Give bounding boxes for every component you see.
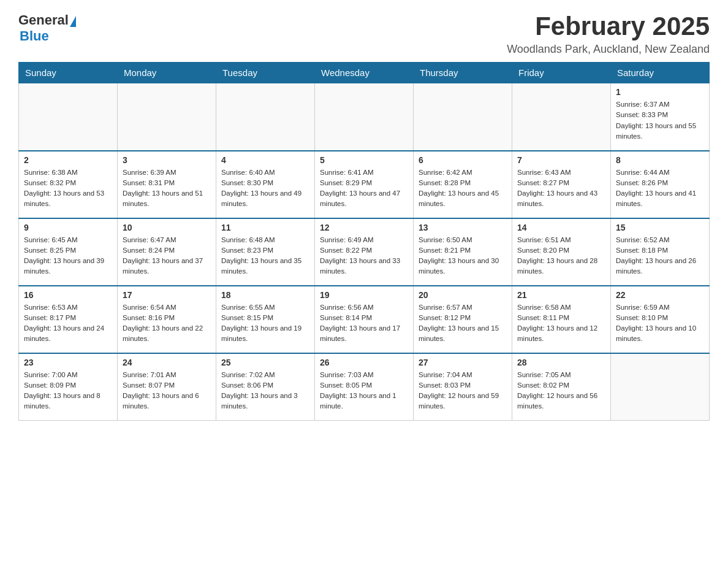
calendar-day-cell bbox=[118, 83, 216, 151]
day-info: Sunrise: 6:37 AMSunset: 8:33 PMDaylight:… bbox=[616, 99, 704, 142]
calendar-day-cell: 25Sunrise: 7:02 AMSunset: 8:06 PMDayligh… bbox=[216, 353, 315, 421]
day-number: 12 bbox=[320, 223, 408, 232]
calendar-day-cell: 17Sunrise: 6:54 AMSunset: 8:16 PMDayligh… bbox=[118, 286, 216, 353]
calendar-day-cell bbox=[414, 83, 512, 151]
day-number: 20 bbox=[419, 290, 507, 300]
calendar-day-cell: 24Sunrise: 7:01 AMSunset: 8:07 PMDayligh… bbox=[118, 353, 216, 421]
weekday-header-row: SundayMondayTuesdayWednesdayThursdayFrid… bbox=[19, 63, 710, 83]
day-number: 21 bbox=[517, 290, 605, 300]
calendar-day-cell: 22Sunrise: 6:59 AMSunset: 8:10 PMDayligh… bbox=[611, 286, 710, 353]
day-number: 4 bbox=[221, 155, 309, 165]
calendar-day-cell: 11Sunrise: 6:48 AMSunset: 8:23 PMDayligh… bbox=[216, 218, 315, 286]
day-number: 8 bbox=[616, 155, 704, 165]
calendar-day-cell: 9Sunrise: 6:45 AMSunset: 8:25 PMDaylight… bbox=[19, 218, 118, 286]
day-info: Sunrise: 6:44 AMSunset: 8:26 PMDaylight:… bbox=[616, 167, 704, 210]
calendar-day-cell: 14Sunrise: 6:51 AMSunset: 8:20 PMDayligh… bbox=[512, 218, 611, 286]
calendar-day-cell: 13Sunrise: 6:50 AMSunset: 8:21 PMDayligh… bbox=[414, 218, 512, 286]
calendar-day-cell: 10Sunrise: 6:47 AMSunset: 8:24 PMDayligh… bbox=[118, 218, 216, 286]
weekday-header-sunday: Sunday bbox=[19, 63, 118, 83]
day-number: 2 bbox=[24, 155, 112, 165]
calendar-day-cell: 12Sunrise: 6:49 AMSunset: 8:22 PMDayligh… bbox=[315, 218, 414, 286]
calendar-day-cell: 6Sunrise: 6:42 AMSunset: 8:28 PMDaylight… bbox=[414, 151, 512, 218]
day-number: 18 bbox=[221, 290, 309, 300]
calendar-day-cell: 20Sunrise: 6:57 AMSunset: 8:12 PMDayligh… bbox=[414, 286, 512, 353]
logo-blue-text: Blue bbox=[20, 28, 49, 44]
logo: General Blue bbox=[18, 12, 77, 44]
calendar-day-cell: 2Sunrise: 6:38 AMSunset: 8:32 PMDaylight… bbox=[19, 151, 118, 218]
day-info: Sunrise: 6:55 AMSunset: 8:15 PMDaylight:… bbox=[221, 302, 309, 345]
calendar-day-cell bbox=[315, 83, 414, 151]
day-info: Sunrise: 6:57 AMSunset: 8:12 PMDaylight:… bbox=[419, 302, 507, 345]
title-section: February 2025 Woodlands Park, Auckland, … bbox=[507, 12, 710, 56]
day-number: 11 bbox=[221, 223, 309, 232]
day-info: Sunrise: 6:56 AMSunset: 8:14 PMDaylight:… bbox=[320, 302, 408, 345]
day-info: Sunrise: 6:41 AMSunset: 8:29 PMDaylight:… bbox=[320, 167, 408, 210]
day-info: Sunrise: 7:03 AMSunset: 8:05 PMDaylight:… bbox=[320, 370, 408, 412]
calendar-day-cell: 18Sunrise: 6:55 AMSunset: 8:15 PMDayligh… bbox=[216, 286, 315, 353]
calendar-day-cell: 15Sunrise: 6:52 AMSunset: 8:18 PMDayligh… bbox=[611, 218, 710, 286]
day-info: Sunrise: 6:42 AMSunset: 8:28 PMDaylight:… bbox=[419, 167, 507, 210]
calendar-day-cell: 28Sunrise: 7:05 AMSunset: 8:02 PMDayligh… bbox=[512, 353, 611, 421]
weekday-header-saturday: Saturday bbox=[611, 63, 710, 83]
day-number: 14 bbox=[517, 223, 605, 232]
day-info: Sunrise: 7:04 AMSunset: 8:03 PMDaylight:… bbox=[419, 370, 507, 412]
day-number: 5 bbox=[320, 155, 408, 165]
logo-general-text: General bbox=[18, 12, 69, 28]
day-info: Sunrise: 6:53 AMSunset: 8:17 PMDaylight:… bbox=[24, 302, 112, 345]
day-number: 7 bbox=[517, 155, 605, 165]
calendar-week-row: 16Sunrise: 6:53 AMSunset: 8:17 PMDayligh… bbox=[19, 286, 710, 353]
calendar-day-cell bbox=[216, 83, 315, 151]
calendar-day-cell: 3Sunrise: 6:39 AMSunset: 8:31 PMDaylight… bbox=[118, 151, 216, 218]
day-number: 3 bbox=[123, 155, 211, 165]
day-info: Sunrise: 6:40 AMSunset: 8:30 PMDaylight:… bbox=[221, 167, 309, 210]
calendar-week-row: 23Sunrise: 7:00 AMSunset: 8:09 PMDayligh… bbox=[19, 353, 710, 421]
day-info: Sunrise: 6:59 AMSunset: 8:10 PMDaylight:… bbox=[616, 302, 704, 345]
day-number: 25 bbox=[221, 358, 309, 367]
location-subtitle: Woodlands Park, Auckland, New Zealand bbox=[507, 43, 710, 56]
day-number: 16 bbox=[24, 290, 112, 300]
day-number: 28 bbox=[517, 358, 605, 367]
calendar-day-cell: 1Sunrise: 6:37 AMSunset: 8:33 PMDaylight… bbox=[611, 83, 710, 151]
weekday-header-wednesday: Wednesday bbox=[315, 63, 414, 83]
day-number: 6 bbox=[419, 155, 507, 165]
calendar-day-cell: 5Sunrise: 6:41 AMSunset: 8:29 PMDaylight… bbox=[315, 151, 414, 218]
weekday-header-thursday: Thursday bbox=[414, 63, 512, 83]
day-info: Sunrise: 6:47 AMSunset: 8:24 PMDaylight:… bbox=[123, 235, 211, 277]
calendar-day-cell: 23Sunrise: 7:00 AMSunset: 8:09 PMDayligh… bbox=[19, 353, 118, 421]
day-info: Sunrise: 6:39 AMSunset: 8:31 PMDaylight:… bbox=[123, 167, 211, 210]
calendar-week-row: 9Sunrise: 6:45 AMSunset: 8:25 PMDaylight… bbox=[19, 218, 710, 286]
page-header: General Blue February 2025 Woodlands Par… bbox=[18, 12, 710, 56]
day-info: Sunrise: 6:48 AMSunset: 8:23 PMDaylight:… bbox=[221, 235, 309, 277]
day-number: 27 bbox=[419, 358, 507, 367]
calendar-day-cell: 19Sunrise: 6:56 AMSunset: 8:14 PMDayligh… bbox=[315, 286, 414, 353]
calendar-week-row: 1Sunrise: 6:37 AMSunset: 8:33 PMDaylight… bbox=[19, 83, 710, 151]
day-info: Sunrise: 7:01 AMSunset: 8:07 PMDaylight:… bbox=[123, 370, 211, 412]
calendar-day-cell: 8Sunrise: 6:44 AMSunset: 8:26 PMDaylight… bbox=[611, 151, 710, 218]
calendar-day-cell: 16Sunrise: 6:53 AMSunset: 8:17 PMDayligh… bbox=[19, 286, 118, 353]
calendar-day-cell bbox=[512, 83, 611, 151]
calendar-day-cell bbox=[611, 353, 710, 421]
day-info: Sunrise: 7:02 AMSunset: 8:06 PMDaylight:… bbox=[221, 370, 309, 412]
day-info: Sunrise: 6:43 AMSunset: 8:27 PMDaylight:… bbox=[517, 167, 605, 210]
day-info: Sunrise: 6:51 AMSunset: 8:20 PMDaylight:… bbox=[517, 235, 605, 277]
day-number: 13 bbox=[419, 223, 507, 232]
weekday-header-friday: Friday bbox=[512, 63, 611, 83]
day-info: Sunrise: 6:50 AMSunset: 8:21 PMDaylight:… bbox=[419, 235, 507, 277]
day-number: 26 bbox=[320, 358, 408, 367]
weekday-header-monday: Monday bbox=[118, 63, 216, 83]
calendar-table: SundayMondayTuesdayWednesdayThursdayFrid… bbox=[18, 62, 710, 421]
day-number: 9 bbox=[24, 223, 112, 232]
calendar-day-cell: 26Sunrise: 7:03 AMSunset: 8:05 PMDayligh… bbox=[315, 353, 414, 421]
calendar-day-cell bbox=[19, 83, 118, 151]
calendar-week-row: 2Sunrise: 6:38 AMSunset: 8:32 PMDaylight… bbox=[19, 151, 710, 218]
day-number: 24 bbox=[123, 358, 211, 367]
day-info: Sunrise: 7:00 AMSunset: 8:09 PMDaylight:… bbox=[24, 370, 112, 412]
calendar-day-cell: 27Sunrise: 7:04 AMSunset: 8:03 PMDayligh… bbox=[414, 353, 512, 421]
day-number: 1 bbox=[616, 87, 704, 97]
day-number: 15 bbox=[616, 223, 704, 232]
day-number: 17 bbox=[123, 290, 211, 300]
day-info: Sunrise: 6:38 AMSunset: 8:32 PMDaylight:… bbox=[24, 167, 112, 210]
day-number: 19 bbox=[320, 290, 408, 300]
day-info: Sunrise: 6:49 AMSunset: 8:22 PMDaylight:… bbox=[320, 235, 408, 277]
calendar-title: February 2025 bbox=[507, 12, 710, 40]
